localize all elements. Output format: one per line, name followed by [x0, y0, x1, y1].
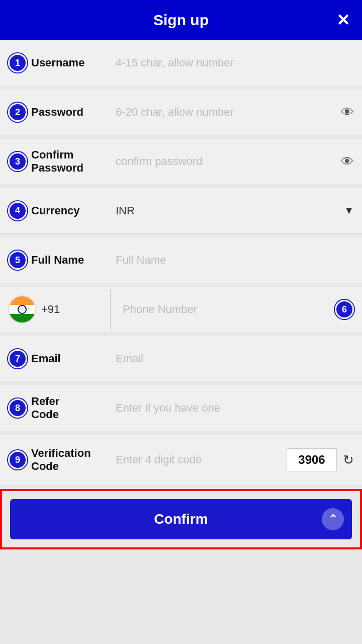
refer-code-input[interactable]	[112, 401, 354, 415]
currency-value: INR	[112, 204, 340, 217]
step-3-badge: 3	[8, 152, 27, 171]
phone-input[interactable]	[119, 303, 331, 316]
step-2-badge: 2	[8, 103, 27, 122]
refer-code-input-area	[112, 401, 354, 415]
confirm-password-input[interactable]	[112, 155, 337, 168]
verification-code-input[interactable]	[112, 453, 287, 466]
confirm-button[interactable]: Confirm ⌃	[10, 499, 352, 539]
phone-country-code: +91	[41, 303, 60, 316]
password-input-area	[112, 106, 337, 119]
fullname-label: Full Name	[31, 254, 112, 267]
phone-input-area: 6	[111, 294, 362, 325]
username-label: Username	[31, 56, 112, 69]
username-input[interactable]	[112, 56, 354, 69]
fullname-input-area	[112, 254, 354, 267]
form-container: 1 Username 2 Password 👁︎ 3 Confirm Passw…	[0, 40, 362, 485]
close-button[interactable]: ✕	[336, 11, 350, 30]
currency-label: Currency	[31, 204, 112, 217]
home-icon: ⌃	[322, 508, 344, 530]
refer-code-label: Refer Code	[31, 395, 112, 422]
currency-select-wrapper[interactable]: INR ▼	[112, 204, 354, 217]
verification-input-area: 3906 ↻	[112, 448, 354, 471]
step-8-badge: 8	[8, 398, 27, 418]
verification-code-label: Verification Code	[31, 447, 112, 473]
fullname-row: 5 Full Name	[0, 237, 362, 283]
fullname-input[interactable]	[112, 254, 354, 267]
email-input-area	[112, 352, 354, 365]
india-flag	[8, 295, 36, 324]
page-title: Sign up	[153, 12, 209, 29]
phone-prefix[interactable]: +91	[0, 289, 111, 330]
currency-row: 4 Currency INR ▼	[0, 188, 362, 233]
confirm-password-label: Confirm Password	[31, 148, 112, 175]
flag-mid-stripe	[9, 305, 35, 313]
step-1-badge: 1	[8, 53, 27, 72]
step-5-badge: 5	[8, 251, 27, 270]
confirm-button-wrapper: Confirm ⌃	[0, 489, 362, 549]
refresh-code-button[interactable]: ↻	[343, 452, 354, 468]
flag-india-colors	[9, 296, 35, 323]
email-row: 7 Email	[0, 336, 362, 381]
refer-code-row: 8 Refer Code	[0, 385, 362, 431]
step-9-badge: 9	[8, 450, 27, 469]
password-visibility-toggle[interactable]: 👁︎	[341, 105, 354, 120]
verification-code-display: 3906	[287, 448, 337, 471]
verification-code-row: 9 Verification Code 3906 ↻	[0, 435, 362, 485]
username-input-area	[112, 56, 354, 69]
confirm-password-input-area	[112, 155, 337, 168]
email-input[interactable]	[112, 352, 354, 365]
flag-bot-stripe	[9, 314, 35, 323]
password-row: 2 Password 👁︎	[0, 90, 362, 135]
step-7-badge: 7	[8, 349, 27, 368]
step-6-badge: 6	[335, 300, 354, 319]
flag-top-stripe	[9, 296, 35, 305]
ashoka-chakra	[18, 305, 27, 314]
password-label: Password	[31, 106, 112, 119]
confirm-button-label: Confirm	[154, 511, 208, 527]
confirm-password-visibility-toggle[interactable]: 👁︎	[341, 154, 354, 170]
email-label: Email	[31, 352, 112, 365]
currency-dropdown-arrow[interactable]: ▼	[344, 205, 354, 216]
password-input[interactable]	[112, 106, 337, 119]
username-row: 1 Username	[0, 40, 362, 86]
header: Sign up ✕	[0, 0, 362, 40]
step-4-badge: 4	[8, 201, 27, 220]
phone-row: +91 6	[0, 287, 362, 332]
confirm-password-row: 3 Confirm Password 👁︎	[0, 139, 362, 184]
